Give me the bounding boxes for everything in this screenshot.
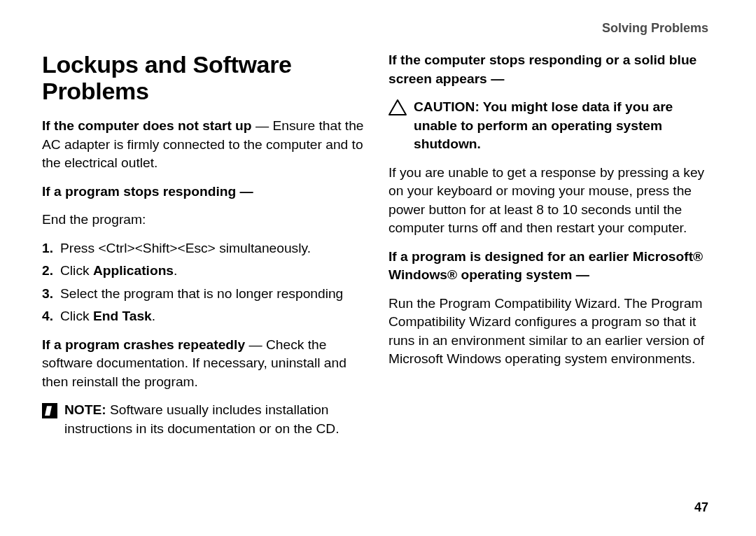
no-response-paragraph: If you are unable to get a response by p… <box>388 164 714 238</box>
crashes-bold: If a program crashes repeatedly <box>42 337 245 352</box>
right-column: If the computer stops responding or a so… <box>388 51 714 448</box>
step-2-post: . <box>174 263 177 278</box>
left-column: Lockups and Software Problems If the com… <box>42 51 368 448</box>
step-4-pre: Click <box>60 309 93 323</box>
caution-text: CAUTION: You might lose data if you are … <box>414 98 714 154</box>
note-text: Software usually includes installation i… <box>64 402 339 436</box>
crashes-paragraph: If a program crashes repeatedly — Check … <box>42 336 368 392</box>
caution-triangle-icon <box>388 99 407 116</box>
no-start-bold: If the computer does not start up <box>42 118 252 133</box>
earlier-windows-heading: If a program is designed for an earlier … <box>388 248 714 285</box>
end-program-steps: Press <Ctrl><Shift><Esc> simultaneously.… <box>42 239 368 326</box>
note-icon <box>42 403 57 418</box>
end-program-text: End the program: <box>42 211 368 230</box>
page-title: Lockups and Software Problems <box>42 51 368 104</box>
page-number: 47 <box>694 500 708 515</box>
step-3: Select the program that is no longer res… <box>42 285 368 304</box>
section-header: Solving Problems <box>42 21 714 36</box>
note-label: NOTE: <box>64 402 106 417</box>
content-columns: Lockups and Software Problems If the com… <box>42 51 714 448</box>
caution-block: CAUTION: You might lose data if you are … <box>388 98 714 154</box>
step-4: Click End Task. <box>42 307 368 326</box>
note-content: NOTE: Software usually includes installa… <box>64 401 368 438</box>
step-1: Press <Ctrl><Shift><Esc> simultaneously. <box>42 239 368 258</box>
step-4-bold: End Task <box>93 309 152 323</box>
note-block: NOTE: Software usually includes installa… <box>42 401 368 438</box>
compatibility-paragraph: Run the Program Compatibility Wizard. Th… <box>388 295 714 369</box>
step-2-pre: Click <box>60 263 93 278</box>
blue-screen-heading: If the computer stops responding or a so… <box>388 51 714 88</box>
no-start-paragraph: If the computer does not start up — Ensu… <box>42 117 368 173</box>
step-2-bold: Applications <box>93 263 174 278</box>
step-2: Click Applications. <box>42 262 368 281</box>
program-stops-heading: If a program stops responding — <box>42 183 368 202</box>
step-4-post: . <box>152 309 155 323</box>
